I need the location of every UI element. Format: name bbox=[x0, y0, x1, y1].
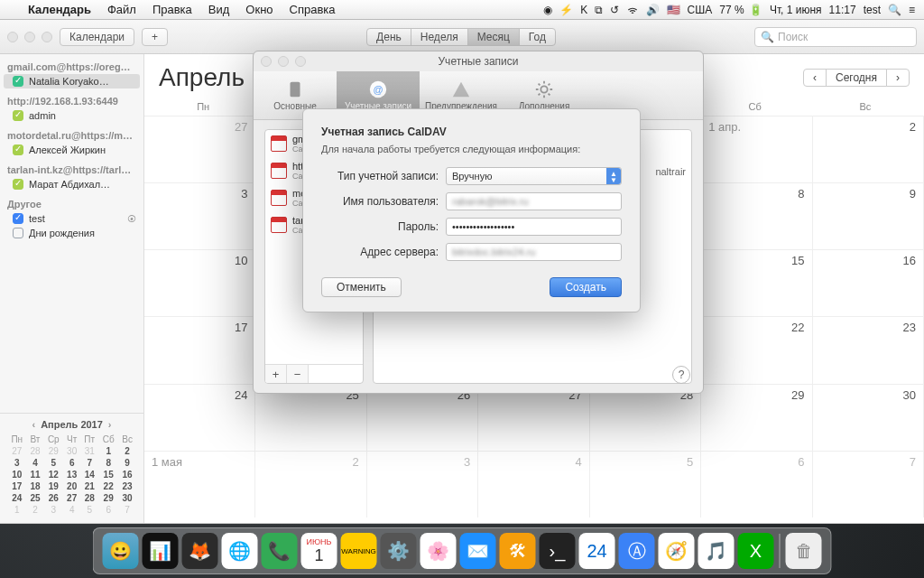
prev-month-button[interactable]: ‹ bbox=[803, 69, 827, 87]
mini-day[interactable]: 28 bbox=[27, 445, 44, 457]
dock-chrome[interactable]: 🌐 bbox=[222, 533, 258, 569]
day-cell[interactable]: 22 bbox=[701, 316, 812, 383]
mini-day[interactable]: 8 bbox=[98, 457, 118, 469]
mini-day[interactable]: 13 bbox=[63, 469, 80, 480]
day-cell[interactable]: 16 bbox=[813, 249, 924, 316]
dock-appstore[interactable]: Ⓐ bbox=[619, 533, 655, 569]
input-lang[interactable]: 🇺🇸 США bbox=[667, 4, 712, 16]
k-icon[interactable]: K bbox=[580, 4, 587, 16]
menu-view[interactable]: Вид bbox=[200, 3, 238, 16]
day-cell[interactable]: 27 bbox=[144, 116, 255, 182]
mini-day[interactable]: 29 bbox=[98, 492, 118, 504]
bolt-icon[interactable]: ⚡ bbox=[559, 4, 573, 16]
day-cell[interactable]: 17 bbox=[144, 316, 255, 383]
dock-finder[interactable]: 😀 bbox=[103, 533, 139, 569]
mini-day[interactable]: 30 bbox=[63, 445, 80, 457]
mini-day[interactable]: 5 bbox=[43, 457, 63, 469]
mini-day[interactable]: 6 bbox=[98, 504, 118, 516]
cancel-button[interactable]: Отменить bbox=[321, 277, 402, 297]
notification-center-icon[interactable]: ≡ bbox=[909, 4, 915, 16]
mini-day[interactable]: 17 bbox=[7, 480, 27, 492]
time-display[interactable]: 11:17 bbox=[829, 4, 856, 16]
spotlight-icon[interactable]: 🔍 bbox=[888, 4, 901, 16]
minimize-button[interactable] bbox=[24, 32, 35, 42]
dock-settings[interactable]: ⚙️ bbox=[381, 533, 417, 569]
mini-day[interactable]: 16 bbox=[118, 469, 136, 480]
day-cell[interactable]: 23 bbox=[813, 316, 924, 383]
mini-day[interactable]: 28 bbox=[80, 492, 98, 504]
dock-mail[interactable]: ✉️ bbox=[460, 533, 496, 569]
mini-day[interactable]: 4 bbox=[27, 457, 44, 469]
mini-day[interactable]: 25 bbox=[27, 492, 44, 504]
sidebar-calendar[interactable]: Марат Абдихал… bbox=[4, 177, 140, 191]
day-cell[interactable]: 1 апр. bbox=[701, 116, 812, 182]
mini-day[interactable]: 1 bbox=[98, 445, 118, 457]
mini-day[interactable]: 22 bbox=[98, 480, 118, 492]
menu-help[interactable]: Справка bbox=[282, 3, 344, 16]
create-button[interactable]: Создать bbox=[550, 277, 622, 297]
day-cell[interactable]: 30 bbox=[813, 384, 924, 451]
mini-day[interactable]: 30 bbox=[118, 492, 136, 504]
mini-calendar[interactable]: ‹ Апрель 2017 › ПнВтСрЧтПтСбВс2728293031… bbox=[0, 413, 144, 523]
calendar-checkbox[interactable] bbox=[13, 144, 23, 155]
mini-day[interactable]: 10 bbox=[7, 469, 27, 480]
add-account-button[interactable]: + bbox=[265, 365, 287, 383]
day-cell[interactable]: 15 bbox=[701, 249, 812, 316]
view-day[interactable]: День bbox=[366, 28, 411, 46]
mini-day[interactable]: 21 bbox=[80, 480, 98, 492]
menu-window[interactable]: Окно bbox=[237, 3, 281, 16]
sync-icon[interactable]: ↺ bbox=[610, 4, 619, 16]
dock-bitrix[interactable]: 24 bbox=[579, 533, 615, 569]
mini-day[interactable]: 11 bbox=[27, 469, 44, 480]
day-cell[interactable]: 2 bbox=[255, 451, 366, 517]
dock-excel[interactable]: X bbox=[738, 533, 774, 569]
mini-day[interactable]: 31 bbox=[80, 445, 98, 457]
calendar-checkbox[interactable] bbox=[13, 179, 23, 190]
view-year[interactable]: Год bbox=[519, 28, 556, 46]
search-field[interactable]: 🔍 Поиск bbox=[754, 27, 917, 47]
dock-calendar[interactable]: ИЮНЬ1 bbox=[301, 533, 337, 569]
password-input[interactable]: •••••••••••••••••• bbox=[446, 218, 622, 236]
prefs-close[interactable] bbox=[261, 56, 272, 67]
today-button[interactable]: Сегодня bbox=[826, 69, 887, 87]
mini-day[interactable]: 27 bbox=[63, 492, 80, 504]
mini-day[interactable]: 3 bbox=[7, 457, 27, 469]
mini-day[interactable]: 3 bbox=[43, 504, 63, 516]
server-input[interactable]: bitrixdoc.bitrix24.ru bbox=[446, 243, 622, 261]
mini-day[interactable]: 24 bbox=[7, 492, 27, 504]
menu-edit[interactable]: Правка bbox=[144, 3, 200, 16]
menu-file[interactable]: Файл bbox=[99, 3, 144, 16]
dock-skype[interactable]: 📞 bbox=[262, 533, 298, 569]
mini-day[interactable]: 18 bbox=[27, 480, 44, 492]
account-type-select[interactable]: Вручную ▲▼ bbox=[446, 167, 622, 185]
mini-day[interactable]: 9 bbox=[118, 457, 136, 469]
display-icon[interactable]: ⧉ bbox=[595, 4, 603, 16]
sidebar-calendar[interactable]: Дни рождения bbox=[4, 226, 140, 240]
dock-firefox[interactable]: 🦊 bbox=[182, 533, 218, 569]
sidebar-calendar[interactable]: admin bbox=[4, 108, 140, 123]
mini-day[interactable]: 12 bbox=[43, 469, 63, 480]
user-menu[interactable]: test bbox=[864, 4, 881, 16]
mini-day[interactable]: 26 bbox=[43, 492, 63, 504]
day-cell[interactable]: 2 bbox=[813, 116, 924, 182]
view-month[interactable]: Месяц bbox=[467, 28, 520, 46]
close-button[interactable] bbox=[7, 32, 18, 42]
remove-account-button[interactable]: − bbox=[287, 365, 309, 383]
calendars-toggle[interactable]: Календари bbox=[60, 28, 134, 46]
day-cell[interactable]: 9 bbox=[813, 182, 924, 249]
day-cell[interactable]: 8 bbox=[701, 182, 812, 249]
mini-day[interactable]: 2 bbox=[118, 445, 136, 457]
calendar-checkbox[interactable] bbox=[13, 213, 23, 224]
dock-terminal[interactable]: ›_ bbox=[540, 533, 576, 569]
day-cell[interactable]: 3 bbox=[367, 451, 478, 517]
mini-day[interactable]: 27 bbox=[7, 445, 27, 457]
dock-safari[interactable]: 🧭 bbox=[659, 533, 695, 569]
zoom-button[interactable] bbox=[42, 32, 52, 42]
day-cell[interactable]: 5 bbox=[590, 451, 701, 517]
mini-day[interactable]: 19 bbox=[43, 480, 63, 492]
dock-app1[interactable]: 🛠 bbox=[500, 533, 536, 569]
mini-day[interactable]: 29 bbox=[43, 445, 63, 457]
dock-activity[interactable]: 📊 bbox=[143, 533, 179, 569]
mini-day[interactable]: 7 bbox=[118, 504, 136, 516]
day-cell[interactable]: 7 bbox=[813, 451, 924, 517]
